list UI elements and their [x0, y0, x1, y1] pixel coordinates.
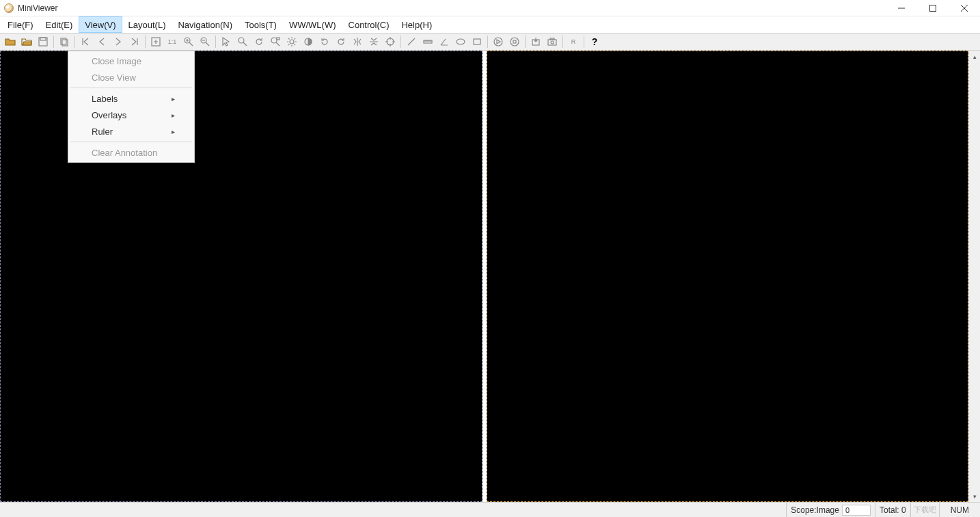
close-button[interactable]	[949, 0, 980, 16]
svg-rect-29	[513, 40, 516, 43]
menu-control[interactable]: Control(C)	[342, 16, 396, 33]
svg-point-15	[239, 38, 244, 43]
svg-rect-5	[40, 38, 46, 40]
ruler-tool-icon[interactable]	[420, 34, 435, 49]
toolbar: 1:1 R ?	[0, 33, 980, 51]
title-left: MiniViewer	[4, 3, 57, 13]
zoom-out-icon[interactable]	[198, 34, 213, 49]
total-label: Total: 0	[880, 505, 906, 515]
toolbar-separator	[74, 36, 75, 48]
toolbar-separator	[525, 36, 526, 48]
actual-size-icon[interactable]: 1:1	[165, 34, 180, 49]
scroll-down-icon[interactable]: ▾	[970, 492, 979, 501]
open-file-icon[interactable]	[3, 34, 18, 49]
pointer-icon[interactable]	[219, 34, 234, 49]
minimize-button[interactable]	[886, 0, 917, 16]
save-icon[interactable]	[36, 34, 51, 49]
menu-separator	[70, 88, 192, 88]
screenshot-icon[interactable]	[545, 34, 560, 49]
nav-prev-icon[interactable]	[94, 34, 109, 49]
menu-tools[interactable]: Tools(T)	[239, 16, 283, 33]
play-icon[interactable]	[491, 34, 506, 49]
menu-label: Overlays	[92, 110, 126, 120]
crosshair-icon[interactable]	[383, 34, 398, 49]
flip-h-icon[interactable]	[350, 34, 365, 49]
reset-icon[interactable]: R	[566, 34, 581, 49]
menu-help[interactable]: Help(H)	[395, 16, 438, 33]
svg-rect-26	[474, 39, 480, 44]
menu-overlays[interactable]: Overlays ▸	[70, 107, 193, 123]
menu-layout[interactable]: Layout(L)	[122, 16, 172, 33]
brightness-icon[interactable]	[284, 34, 299, 49]
menubar: File(F) Edit(E) View(V) Layout(L) Naviga…	[0, 16, 980, 33]
angle-tool-icon[interactable]	[437, 34, 452, 49]
app-title: MiniViewer	[18, 3, 57, 13]
menu-label: Labels	[92, 94, 118, 104]
menu-view[interactable]: View(V)	[79, 16, 122, 33]
rotate-right-icon[interactable]	[334, 34, 349, 49]
viewport-right[interactable]	[487, 51, 969, 502]
toolbar-separator	[145, 36, 146, 48]
svg-point-25	[457, 39, 465, 44]
line-tool-icon[interactable]	[404, 34, 419, 49]
export-icon[interactable]	[528, 34, 543, 49]
nav-last-icon[interactable]	[127, 34, 142, 49]
refresh-icon[interactable]	[251, 34, 267, 49]
workspace: ▴ ▾ Close Image Close View Labels ▸ Over…	[0, 51, 980, 502]
rect-tool-icon[interactable]	[469, 34, 485, 49]
status-spacer	[0, 503, 786, 517]
toolbar-separator	[562, 36, 563, 48]
svg-rect-7	[62, 40, 68, 46]
menu-file[interactable]: File(F)	[1, 16, 40, 33]
flip-v-icon[interactable]	[366, 34, 381, 49]
view-dropdown: Close Image Close View Labels ▸ Overlays…	[68, 51, 195, 163]
svg-line-16	[243, 42, 247, 46]
menu-wwwl[interactable]: WW/WL(W)	[283, 16, 342, 33]
toolbar-separator	[215, 36, 216, 48]
nav-first-icon[interactable]	[78, 34, 93, 49]
menu-navigation[interactable]: Navigation(N)	[172, 16, 238, 33]
toolbar-separator	[400, 36, 401, 48]
contrast-icon[interactable]	[301, 34, 316, 49]
nav-next-icon[interactable]	[111, 34, 126, 49]
svg-point-20	[290, 40, 294, 44]
menu-label: Ruler	[92, 127, 113, 137]
open-folder-icon[interactable]	[19, 34, 34, 49]
fit-icon[interactable]	[148, 34, 163, 49]
svg-line-18	[276, 42, 280, 46]
chevron-right-icon: ▸	[172, 128, 175, 135]
vertical-scrollbar[interactable]: ▴ ▾	[968, 51, 980, 502]
num-indicator: NUM	[951, 505, 969, 515]
toolbar-separator	[584, 36, 584, 48]
svg-point-27	[494, 38, 502, 46]
menu-edit[interactable]: Edit(E)	[40, 16, 79, 33]
scroll-up-icon[interactable]: ▴	[970, 52, 979, 61]
svg-point-28	[511, 38, 519, 46]
stop-icon[interactable]	[507, 34, 522, 49]
app-icon	[4, 3, 14, 13]
rotate-left-icon[interactable]	[317, 34, 332, 49]
chevron-right-icon: ▸	[172, 111, 175, 119]
status-num: NUM	[939, 503, 980, 517]
magnify-icon[interactable]	[235, 34, 250, 49]
chevron-right-icon: ▸	[172, 95, 175, 103]
menu-close-image: Close Image	[70, 53, 193, 69]
copy-icon[interactable]	[57, 34, 72, 49]
svg-line-23	[408, 38, 415, 45]
ellipse-tool-icon[interactable]	[453, 34, 468, 49]
status-total: Total: 0	[875, 503, 910, 517]
zoom-in-icon[interactable]	[181, 34, 196, 49]
menu-label: Close Image	[92, 56, 141, 66]
menu-close-view: Close View	[70, 69, 193, 85]
zoom-region-icon[interactable]	[268, 34, 283, 49]
help-icon[interactable]: ?	[587, 34, 602, 49]
svg-rect-33	[550, 38, 554, 40]
menu-label: Clear Annotation	[92, 148, 157, 158]
svg-rect-1	[930, 5, 936, 11]
maximize-button[interactable]	[917, 0, 949, 16]
menu-labels[interactable]: Labels ▸	[70, 90, 193, 107]
svg-rect-19	[277, 38, 280, 40]
menu-ruler[interactable]: Ruler ▸	[70, 123, 193, 140]
menu-separator	[70, 142, 192, 142]
titlebar: MiniViewer	[0, 0, 980, 16]
